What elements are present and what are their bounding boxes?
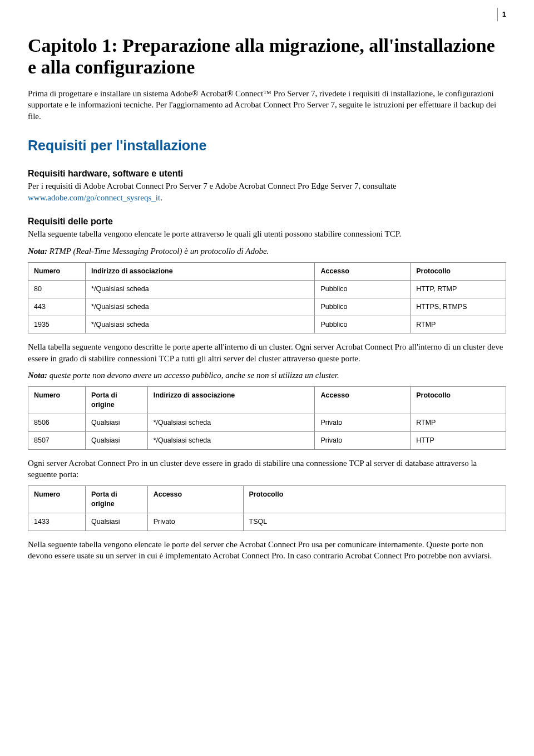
hw-text-before: Per i requisiti di Adobe Acrobat Connect… xyxy=(28,181,397,190)
cell-access: Privato xyxy=(147,513,243,531)
chapter-title: Capitolo 1: Preparazione alla migrazione… xyxy=(28,35,506,78)
cell-access: Pubblico xyxy=(315,316,411,333)
cell-protocol: RTMP xyxy=(411,316,506,333)
th-access: Accesso xyxy=(315,387,411,414)
cell-origin: Qualsiasi xyxy=(86,431,148,449)
db-paragraph: Ogni server Acrobat Connect Pro in un cl… xyxy=(28,458,506,480)
cell-address: */Qualsiasi scheda xyxy=(86,280,315,298)
table-row: 443 */Qualsiasi scheda Pubblico HTTPS, R… xyxy=(28,298,506,316)
th-protocol: Protocollo xyxy=(411,387,506,414)
cell-protocol: HTTP xyxy=(411,431,506,449)
note-label: Nota: xyxy=(28,247,47,256)
th-protocol: Protocollo xyxy=(411,262,506,280)
th-address: Indirizzo di associazione xyxy=(147,387,315,414)
th-address: Indirizzo di associazione xyxy=(86,262,315,280)
ports-paragraph: Nella seguente tabella vengono elencate … xyxy=(28,228,506,239)
th-number: Numero xyxy=(28,262,86,280)
table-cluster-ports: Numero Porta di origine Indirizzo di ass… xyxy=(28,386,506,450)
table-header-row: Numero Porta di origine Indirizzo di ass… xyxy=(28,387,506,414)
cell-number: 443 xyxy=(28,298,86,316)
cell-access: Privato xyxy=(315,414,411,431)
table-public-ports: Numero Indirizzo di associazione Accesso… xyxy=(28,262,506,334)
cell-protocol: HTTPS, RTMPS xyxy=(411,298,506,316)
cell-origin: Qualsiasi xyxy=(86,513,148,531)
intro-paragraph: Prima di progettare e installare un sist… xyxy=(28,88,506,122)
table-header-row: Numero Indirizzo di associazione Accesso… xyxy=(28,262,506,280)
th-origin: Porta di origine xyxy=(86,486,148,513)
cell-address: */Qualsiasi scheda xyxy=(147,431,315,449)
table-row: 80 */Qualsiasi scheda Pubblico HTTP, RTM… xyxy=(28,280,506,298)
cell-access: Pubblico xyxy=(315,298,411,316)
cell-address: */Qualsiasi scheda xyxy=(147,414,315,431)
th-number: Numero xyxy=(28,486,86,513)
cell-access: Pubblico xyxy=(315,280,411,298)
table-row: 1935 */Qualsiasi scheda Pubblico RTMP xyxy=(28,316,506,333)
cluster-note: Nota: queste porte non devono avere un a… xyxy=(28,370,506,381)
table-header-row: Numero Porta di origine Accesso Protocol… xyxy=(28,486,506,513)
cell-address: */Qualsiasi scheda xyxy=(86,298,315,316)
ports-subheading: Requisiti delle porte xyxy=(28,215,506,228)
hw-paragraph: Per i requisiti di Adobe Acrobat Connect… xyxy=(28,180,506,203)
cell-number: 8507 xyxy=(28,431,86,449)
th-access: Accesso xyxy=(147,486,243,513)
hw-text-after: . xyxy=(160,193,162,202)
table-row: 8507 Qualsiasi */Qualsiasi scheda Privat… xyxy=(28,431,506,449)
section-heading: Requisiti per l'installazione xyxy=(28,136,506,155)
cell-protocol: RTMP xyxy=(411,414,506,431)
sysreqs-link[interactable]: www.adobe.com/go/connect_sysreqs_it xyxy=(28,193,160,202)
note-text: RTMP (Real-Time Messaging Protocol) è un… xyxy=(47,247,269,256)
hw-subheading: Requisiti hardware, software e utenti xyxy=(28,168,506,180)
th-origin: Porta di origine xyxy=(86,387,148,414)
cell-origin: Qualsiasi xyxy=(86,414,148,431)
cell-number: 1433 xyxy=(28,513,86,531)
cluster-paragraph: Nella tabella seguente vengono descritte… xyxy=(28,341,506,364)
table-row: 8506 Qualsiasi */Qualsiasi scheda Privat… xyxy=(28,414,506,431)
ports-note: Nota: RTMP (Real-Time Messaging Protocol… xyxy=(28,246,506,257)
th-number: Numero xyxy=(28,387,86,414)
table-db-port: Numero Porta di origine Accesso Protocol… xyxy=(28,485,506,531)
note-label: Nota: xyxy=(28,371,47,380)
cell-number: 8506 xyxy=(28,414,86,431)
cell-protocol: TSQL xyxy=(243,513,506,531)
table-row: 1433 Qualsiasi Privato TSQL xyxy=(28,513,506,531)
cell-address: */Qualsiasi scheda xyxy=(86,316,315,333)
page-number: 1 xyxy=(497,8,506,21)
cell-number: 80 xyxy=(28,280,86,298)
cell-access: Privato xyxy=(315,431,411,449)
cell-protocol: HTTP, RTMP xyxy=(411,280,506,298)
th-access: Accesso xyxy=(315,262,411,280)
note-text: queste porte non devono avere un accesso… xyxy=(47,371,339,380)
th-protocol: Protocollo xyxy=(243,486,506,513)
internal-paragraph: Nella seguente tabella vengono elencate … xyxy=(28,539,506,562)
cell-number: 1935 xyxy=(28,316,86,333)
